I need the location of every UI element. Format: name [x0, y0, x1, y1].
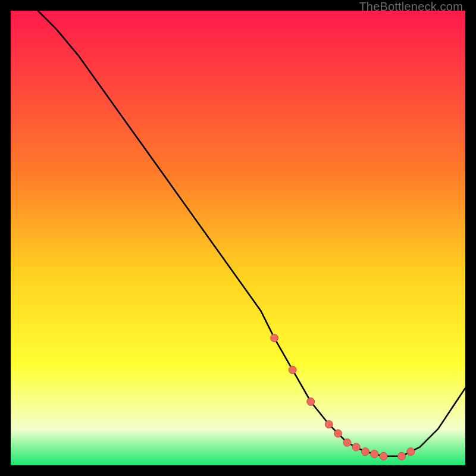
marker-point	[271, 334, 278, 342]
chart-frame	[11, 11, 465, 465]
bottleneck-chart	[11, 11, 465, 465]
marker-point	[407, 448, 415, 456]
marker-point	[352, 443, 360, 451]
marker-point	[371, 450, 378, 458]
marker-point	[325, 421, 333, 428]
gradient-background	[11, 11, 465, 465]
marker-point	[343, 439, 351, 446]
marker-point	[398, 452, 406, 460]
marker-point	[289, 366, 296, 374]
marker-point	[307, 398, 315, 406]
marker-point	[380, 452, 387, 460]
marker-point	[334, 430, 342, 437]
marker-point	[361, 448, 369, 456]
